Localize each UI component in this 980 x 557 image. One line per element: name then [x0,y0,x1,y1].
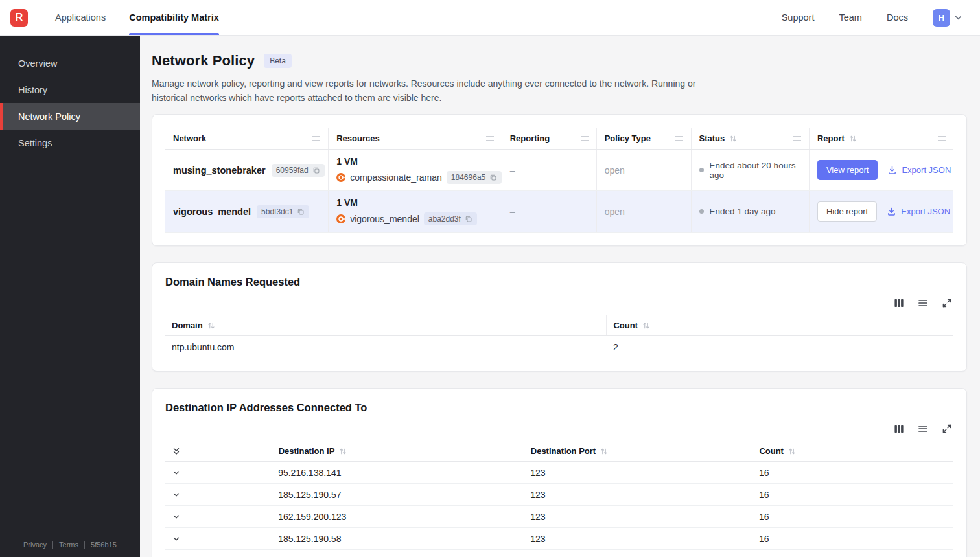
density-icon[interactable] [918,298,928,308]
destination-row: 185.125.190.57 123 16 [165,484,953,506]
sort-icon[interactable] [729,135,737,142]
expand-all-icon[interactable] [172,447,181,456]
sidebar-item-history[interactable]: History [0,76,140,103]
destination-ip-value: 95.216.100.21 [272,550,524,557]
copy-icon[interactable] [489,174,497,181]
network-name: musing_stonebraker [173,165,266,176]
domains-card: Domain Names Requested Domain [152,262,967,372]
column-label: Policy Type [605,133,651,143]
destination-ip-value: 185.125.190.57 [272,484,524,506]
sort-icon[interactable] [600,448,608,455]
sort-icon[interactable] [849,135,857,142]
terms-link[interactable]: Terms [59,541,78,549]
network-row-selected: vigorous_mendel 5bdf3dc1 1 VM [165,191,953,233]
domains-table: Domain Count [165,315,953,358]
download-icon [887,207,896,216]
copy-icon[interactable] [465,215,472,223]
column-header-resources[interactable]: Resources [329,128,502,150]
density-icon[interactable] [918,424,928,434]
column-label: Count [759,446,784,456]
sidebar-footer: Privacy Terms 5f56b15 [0,541,140,557]
sort-icon[interactable] [788,448,796,455]
sidebar-item-overview[interactable]: Overview [0,50,140,76]
column-header-policy-type[interactable]: Policy Type [596,128,691,150]
destination-ip-value: 185.125.190.58 [272,528,524,550]
count-value: 16 [752,462,953,484]
export-json-link[interactable]: Export JSON [887,165,951,175]
reporting-value: – [502,191,596,233]
app-logo[interactable]: R [10,9,28,27]
resource-id: 184696a5 [451,173,485,182]
network-policy-card: Network Resources Reporting P [152,114,967,246]
column-header-destination-port[interactable]: Destination Port [524,441,752,462]
divider [84,541,85,549]
nav-link-support[interactable]: Support [782,12,815,23]
page-title: Network Policy [152,52,255,69]
count-value: 2 [607,336,953,358]
sidebar-item-label: History [18,85,47,95]
column-label: Count [613,321,638,330]
table-toolbar [165,424,952,434]
destinations-card: Destination IP Addresses Connected To [152,388,967,557]
column-resize-handle[interactable] [793,136,801,141]
columns-icon[interactable] [894,298,904,308]
column-header-destination-ip[interactable]: Destination IP [272,441,524,462]
count-value: 16 [752,484,953,506]
status-dot [699,209,704,214]
column-resize-handle[interactable] [581,136,589,141]
hide-report-button[interactable]: Hide report [817,201,877,222]
domain-value: ntp.ubuntu.com [165,336,607,358]
column-label: Report [817,133,845,143]
resource-os-icon [336,214,345,223]
column-header-domain[interactable]: Domain [165,315,607,336]
user-menu[interactable]: H [933,9,963,27]
nav-tab-compatibility-matrix[interactable]: Compatibility Matrix [129,0,219,35]
sidebar-item-network-policy[interactable]: Network Policy [0,103,140,130]
copy-icon[interactable] [297,208,305,216]
destination-ip-value: 162.159.200.123 [272,506,524,528]
nav-link-docs[interactable]: Docs [887,12,908,23]
network-row: musing_stonebraker 60959fad 1 VM [165,150,953,191]
fullscreen-icon[interactable] [942,424,952,434]
column-header-report[interactable]: Report [809,128,953,150]
sort-icon[interactable] [339,448,347,455]
network-id-chip: 60959fad [272,164,325,177]
export-json-label: Export JSON [901,207,950,216]
column-label: Resources [336,133,379,143]
export-json-label: Export JSON [902,165,951,175]
column-resize-handle[interactable] [312,136,320,141]
resource-id-chip: 184696a5 [447,171,502,184]
row-expand-chevron-icon[interactable] [172,490,181,499]
column-resize-handle[interactable] [938,136,946,141]
destination-port-value: 123 [524,462,752,484]
column-header-status[interactable]: Status [691,128,809,150]
sidebar-item-settings[interactable]: Settings [0,130,140,156]
column-resize-handle[interactable] [675,136,683,141]
fullscreen-icon[interactable] [942,298,952,308]
network-id: 5bdf3dc1 [261,207,293,216]
sort-icon[interactable] [642,322,650,330]
row-expand-chevron-icon[interactable] [172,512,181,521]
nav-link-team[interactable]: Team [839,12,861,23]
destination-port-value: 123 [524,506,752,528]
resource-os-icon [336,173,345,182]
column-header-reporting[interactable]: Reporting [502,128,596,150]
columns-icon[interactable] [894,424,904,434]
column-header-count[interactable]: Count [752,441,953,462]
privacy-link[interactable]: Privacy [23,541,47,549]
sort-icon[interactable] [207,322,215,330]
copy-icon[interactable] [312,166,320,174]
row-expand-chevron-icon[interactable] [172,468,181,477]
column-header-network[interactable]: Network [165,128,329,150]
view-report-button[interactable]: View report [817,160,878,180]
column-header-count[interactable]: Count [607,315,953,336]
nav-tab-applications[interactable]: Applications [55,0,106,35]
network-name: vigorous_mendel [173,207,251,217]
count-value: 16 [752,550,953,557]
policy-type-value: open [596,191,691,233]
row-expand-chevron-icon[interactable] [172,534,181,543]
avatar[interactable]: H [933,9,950,27]
export-json-link[interactable]: Export JSON [887,207,950,216]
chevron-down-icon[interactable] [953,13,963,23]
column-resize-handle[interactable] [486,136,494,141]
